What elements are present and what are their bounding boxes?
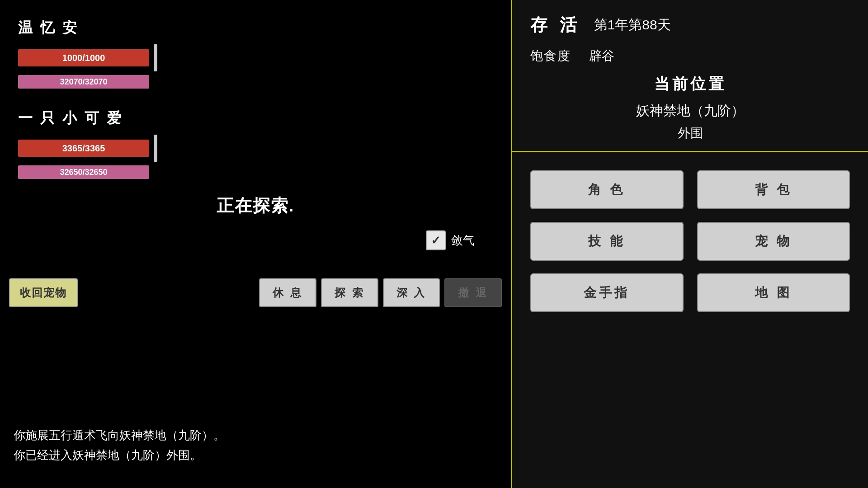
- exploring-text: 正在探索.: [0, 194, 511, 217]
- rest-button[interactable]: 休 息: [259, 278, 316, 307]
- survival-day: 第1年第88天: [594, 16, 671, 34]
- char2-bar-handle[interactable]: [154, 135, 157, 162]
- char2-hp-bar: 3365/3365: [18, 140, 149, 157]
- char2-mp-bar: 32650/32650: [18, 165, 149, 179]
- log-line-2: 你已经进入妖神禁地（九阶）外围。: [14, 445, 497, 465]
- panel-btn-character[interactable]: 角 色: [530, 170, 684, 209]
- qi-suppress-checkbox[interactable]: ✓: [426, 230, 446, 250]
- char2-name: 一 只 小 可 爱: [18, 108, 157, 128]
- char1-hp-bar: 1000/1000: [18, 49, 149, 66]
- character-panel-2: 一 只 小 可 爱 3365/3365 32650/32650: [18, 108, 157, 183]
- retreat-button[interactable]: 撤 退: [444, 278, 502, 307]
- log-line-1: 你施展五行遁术飞向妖神禁地（九阶）。: [14, 425, 497, 445]
- char2-mp-container: 32650/32650: [18, 165, 157, 179]
- food-value: 辟谷: [589, 47, 614, 65]
- checkmark-icon: ✓: [431, 234, 441, 248]
- recall-pet-button[interactable]: 收回宠物: [9, 278, 78, 307]
- action-buttons-row: 收回宠物 休 息 探 索 深 入 撤 退: [0, 278, 511, 307]
- char1-mp-container: 32070/32070: [18, 75, 157, 89]
- location-name: 妖神禁地（九阶）: [530, 102, 850, 120]
- log-area: 你施展五行遁术飞向妖神禁地（九阶）。 你已经进入妖神禁地（九阶）外围。: [0, 416, 511, 488]
- panel-btn-skills[interactable]: 技 能: [530, 222, 684, 261]
- char1-name: 温 忆 安: [18, 18, 157, 38]
- panel-btn-backpack[interactable]: 背 包: [697, 170, 850, 209]
- location-sub: 外围: [530, 125, 850, 142]
- dive-button[interactable]: 深 入: [383, 278, 440, 307]
- survival-row: 存 活 第1年第88天: [530, 14, 850, 37]
- character-panel-1: 温 忆 安 1000/1000 32070/32070: [18, 18, 157, 92]
- action-btn-group: 休 息 探 索 深 入 撤 退: [259, 278, 502, 307]
- right-panel: 存 活 第1年第88天 饱食度 辟谷 当前位置 妖神禁地（九阶） 外围 角 色背…: [511, 0, 868, 488]
- panel-btn-pets[interactable]: 宠 物: [697, 222, 850, 261]
- char2-hp-container: 3365/3365: [18, 135, 157, 162]
- food-label: 饱食度: [530, 47, 571, 65]
- food-row: 饱食度 辟谷: [530, 47, 850, 65]
- panel-buttons-section: 角 色背 包技 能宠 物金手指地 图: [512, 152, 868, 330]
- location-title: 当前位置: [530, 74, 850, 94]
- panel-btn-cheats[interactable]: 金手指: [530, 273, 684, 312]
- char1-hp-container: 1000/1000: [18, 44, 157, 71]
- explore-button[interactable]: 探 索: [321, 278, 378, 307]
- main-game-area: 温 忆 安 1000/1000 32070/32070 一 只 小 可 爱 33…: [0, 0, 511, 488]
- char1-bar-handle[interactable]: [154, 44, 157, 71]
- survival-label: 存 活: [530, 14, 580, 37]
- char1-mp-bar: 32070/32070: [18, 75, 149, 89]
- qi-suppress-label: 敛气: [451, 233, 475, 249]
- location-section: 当前位置 妖神禁地（九阶） 外围: [530, 74, 850, 142]
- checkbox-area[interactable]: ✓ 敛气: [426, 230, 475, 250]
- status-section: 存 活 第1年第88天 饱食度 辟谷 当前位置 妖神禁地（九阶） 外围: [512, 0, 868, 152]
- panel-btn-map[interactable]: 地 图: [697, 273, 850, 312]
